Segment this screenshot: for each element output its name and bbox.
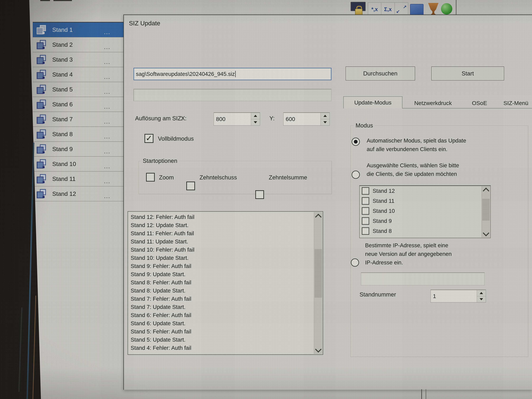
tab-netzwerkdruck[interactable]: Netzwerkdruck bbox=[407, 98, 459, 108]
log-line: Stand 12: Fehler: Auth fail bbox=[131, 213, 312, 221]
zehntelschuss-checkbox[interactable] bbox=[186, 182, 195, 190]
client-row-stand-11[interactable]: Stand 11 bbox=[360, 196, 490, 206]
tab-siz-menu[interactable]: SIZ-Menü bbox=[500, 98, 532, 108]
monitor-screen: *,x Σ,x ↗ ↙ Stand 1 ... Stand 2 bbox=[0, 0, 532, 399]
fullscreen-checkbox[interactable] bbox=[145, 134, 153, 143]
stand-label: Stand 2 bbox=[52, 41, 73, 48]
photo-of-monitor: *,x Σ,x ↗ ↙ Stand 1 ... Stand 2 bbox=[0, 0, 532, 399]
screen-lock-icon[interactable] bbox=[350, 2, 366, 16]
window-border bbox=[426, 389, 426, 399]
scroll-up-icon[interactable] bbox=[483, 188, 489, 194]
update-file-path-input[interactable]: sag\Softwareupdates\20240426_945.siz bbox=[133, 68, 331, 80]
stand-label: Stand 3 bbox=[52, 56, 73, 63]
tab-osoe[interactable]: OSoE bbox=[467, 98, 492, 108]
more-dots[interactable]: ... bbox=[104, 103, 110, 110]
stand-label: Stand 12 bbox=[52, 190, 76, 197]
decimal-x-icon[interactable]: *,x bbox=[368, 2, 381, 16]
more-dots[interactable]: ... bbox=[104, 29, 110, 35]
expand-arrows-icon[interactable]: ↗ ↙ bbox=[394, 2, 408, 16]
client-list[interactable]: Stand 12 Stand 11 Stand 10 Stand 9 bbox=[359, 185, 491, 238]
radio-selected-clients[interactable] bbox=[352, 171, 360, 179]
radio-specific-ip[interactable] bbox=[351, 259, 359, 267]
spin-down-icon[interactable] bbox=[321, 119, 329, 126]
stand-label: Stand 11 bbox=[52, 176, 76, 182]
more-dots[interactable]: ... bbox=[104, 193, 110, 199]
radio-automatic-label: Automatischer Modus, spielt das Update a… bbox=[367, 136, 466, 153]
update-log[interactable]: Stand 12: Fehler: Auth fail Stand 12: Up… bbox=[128, 211, 323, 355]
stand-icon bbox=[37, 100, 46, 109]
more-dots[interactable]: ... bbox=[104, 133, 110, 140]
start-button[interactable]: Start bbox=[431, 66, 504, 81]
ip-address-input[interactable] bbox=[361, 272, 485, 285]
sidebar-item-stand-4[interactable]: Stand 4 ... bbox=[33, 67, 124, 82]
stand-label: Stand 7 bbox=[52, 116, 73, 123]
y-label: Y: bbox=[269, 115, 275, 122]
client-checkbox[interactable] bbox=[362, 217, 369, 225]
x-label: X: bbox=[181, 115, 187, 122]
client-row-stand-10[interactable]: Stand 10 bbox=[360, 206, 490, 216]
stand-icon bbox=[37, 114, 46, 124]
client-row-stand-8[interactable]: Stand 8 bbox=[360, 226, 490, 236]
resolution-label: Auflösung am SIZ: bbox=[135, 115, 183, 122]
radio-automatic-mode[interactable] bbox=[352, 138, 360, 146]
zehntelsumme-checkbox[interactable] bbox=[255, 190, 264, 199]
sidebar-item-stand-12[interactable]: Stand 12 ... bbox=[33, 186, 124, 201]
stand-number-label: Standnummer bbox=[360, 291, 396, 298]
more-dots[interactable]: ... bbox=[104, 178, 110, 184]
sidebar-item-stand-8[interactable]: Stand 8 ... bbox=[33, 127, 124, 142]
more-dots[interactable]: ... bbox=[104, 59, 110, 65]
resolution-y-spinner[interactable]: 600 bbox=[283, 112, 330, 126]
spin-down-icon[interactable] bbox=[477, 296, 486, 302]
sidebar-item-stand-2[interactable]: Stand 2 ... bbox=[33, 37, 124, 52]
client-label: Stand 9 bbox=[373, 218, 392, 224]
more-dots[interactable]: ... bbox=[104, 118, 110, 125]
spin-up-icon[interactable] bbox=[321, 113, 329, 119]
spinner-buttons[interactable] bbox=[251, 113, 260, 125]
spinner-buttons[interactable] bbox=[321, 113, 329, 125]
modus-group: Modus Automatischer Modus, spielt das Up… bbox=[350, 126, 528, 357]
sidebar-item-stand-3[interactable]: Stand 3 ... bbox=[33, 52, 124, 67]
sum-x-icon[interactable]: Σ,x bbox=[381, 2, 395, 16]
green-status-icon[interactable] bbox=[441, 3, 452, 14]
scroll-down-icon[interactable] bbox=[483, 230, 489, 236]
scrollbar-thumb[interactable] bbox=[315, 249, 322, 298]
sidebar-item-stand-6[interactable]: Stand 6 ... bbox=[33, 97, 124, 112]
client-list-scrollbar[interactable] bbox=[481, 186, 490, 238]
tab-update-modus[interactable]: Update-Modus bbox=[343, 96, 402, 108]
sidebar-item-stand-1[interactable]: Stand 1 ... bbox=[33, 22, 124, 37]
spin-up-icon[interactable] bbox=[251, 113, 260, 119]
sidebar-item-stand-10[interactable]: Stand 10 ... bbox=[33, 157, 124, 171]
scroll-up-icon[interactable] bbox=[315, 214, 322, 220]
client-row-stand-12[interactable]: Stand 12 bbox=[360, 186, 490, 196]
resolution-x-spinner[interactable]: 800 bbox=[214, 112, 260, 126]
stand-label: Stand 5 bbox=[52, 86, 73, 93]
log-line: Stand 9: Fehler: Auth fail bbox=[131, 262, 312, 270]
more-dots[interactable]: ... bbox=[104, 44, 110, 50]
zoom-checkbox[interactable] bbox=[146, 173, 155, 182]
sidebar-item-stand-5[interactable]: Stand 5 ... bbox=[33, 82, 124, 97]
spin-up-icon[interactable] bbox=[477, 290, 486, 296]
log-scrollbar[interactable] bbox=[314, 212, 322, 354]
more-dots[interactable]: ... bbox=[104, 74, 110, 80]
more-dots[interactable]: ... bbox=[104, 148, 110, 155]
sidebar-item-stand-11[interactable]: Stand 11 ... bbox=[33, 171, 124, 186]
stand-icon bbox=[37, 159, 46, 169]
scroll-down-icon[interactable] bbox=[315, 346, 322, 353]
more-dots[interactable]: ... bbox=[104, 89, 110, 95]
sidebar-item-stand-9[interactable]: Stand 9 ... bbox=[33, 142, 124, 157]
client-checkbox[interactable] bbox=[362, 227, 369, 235]
client-row-stand-9[interactable]: Stand 9 bbox=[360, 216, 490, 226]
client-checkbox[interactable] bbox=[362, 187, 369, 195]
scrollbar-thumb[interactable] bbox=[482, 199, 489, 221]
sidebar-item-stand-7[interactable]: Stand 7 ... bbox=[33, 112, 124, 127]
spinner-buttons[interactable] bbox=[477, 290, 486, 302]
blue-square-icon[interactable] bbox=[410, 4, 424, 16]
browse-button[interactable]: Durchsuchen bbox=[346, 66, 415, 81]
log-line: Stand 6: Fehler: Auth fail bbox=[131, 311, 312, 319]
client-checkbox[interactable] bbox=[362, 197, 369, 205]
more-dots[interactable]: ... bbox=[104, 163, 110, 170]
trophy-icon[interactable] bbox=[427, 3, 439, 15]
client-checkbox[interactable] bbox=[362, 207, 369, 215]
stand-number-spinner[interactable]: 1 bbox=[431, 290, 486, 303]
spin-down-icon[interactable] bbox=[251, 119, 260, 126]
